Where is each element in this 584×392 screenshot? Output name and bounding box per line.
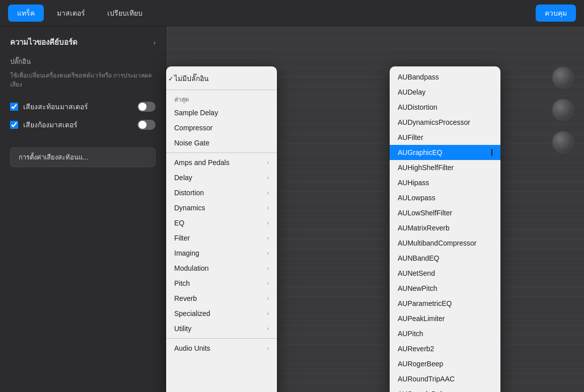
aunetsend-label: AUNetSend bbox=[398, 269, 492, 277]
no-plugin-label: ไม่มีปลั๊กอิน bbox=[174, 73, 269, 84]
distortion-arrow-icon: › bbox=[267, 189, 269, 196]
audio-units-arrow-icon: › bbox=[267, 345, 269, 352]
menu-item-auhighshelffilter[interactable]: AUHighShelfFilter bbox=[390, 160, 500, 175]
aurogerbeep-label: AURogerBeep bbox=[398, 360, 492, 368]
menu-item-aufilter[interactable]: AUFilter bbox=[390, 130, 500, 145]
amps-label: Amps and Pedals bbox=[174, 159, 267, 167]
plugin-description: ใช้เพื่อเปลี่ยนเครื่องดนตรีซอฟต์แวร์หรือ… bbox=[10, 71, 156, 89]
section-title: ความไวของคีย์บอร์ด › bbox=[10, 36, 156, 48]
audelay-label: AUDelay bbox=[398, 88, 492, 96]
menu-item-aumultibandcompressor[interactable]: AUMultibandCompressor bbox=[390, 236, 500, 251]
recent-header: ล่าสุด bbox=[166, 92, 277, 105]
checkbox-row-echo: เสียงก้องมาสเตอร์ bbox=[10, 119, 156, 130]
pitch-arrow-icon: › bbox=[267, 280, 269, 287]
top-bar: แทร็ค มาสเตอร์ เปรียบเทียบ ควบคุม bbox=[0, 0, 584, 26]
menu-item-no-plugin[interactable]: ไม่มีปลั๊กอิน bbox=[166, 69, 277, 88]
menu-item-sample-delay[interactable]: Sample Delay bbox=[166, 105, 277, 120]
menu-item-ausampledelay[interactable]: AUSampleDelay bbox=[390, 386, 500, 392]
specialized-arrow-icon: › bbox=[267, 310, 269, 317]
menu-item-audelay[interactable]: AUDelay bbox=[390, 85, 500, 100]
knob-2[interactable] bbox=[552, 99, 574, 121]
menu-item-amps[interactable]: Amps and Pedals › bbox=[166, 155, 277, 170]
checkbox-reverb[interactable] bbox=[10, 103, 18, 111]
imaging-label: Imaging bbox=[174, 249, 267, 257]
aumultibandcompressor-label: AUMultibandCompressor bbox=[398, 239, 492, 247]
noise-gate-label: Noise Gate bbox=[174, 139, 269, 147]
delay-label: Delay bbox=[174, 174, 267, 182]
menu-item-aunbandeq[interactable]: AUNBandEQ bbox=[390, 251, 500, 266]
menu-item-reverb[interactable]: Reverb › bbox=[166, 291, 277, 306]
menu-item-utility[interactable]: Utility › bbox=[166, 321, 277, 336]
menu-item-noise-gate[interactable]: Noise Gate bbox=[166, 135, 277, 150]
audistortion-label: AUDistortion bbox=[398, 103, 492, 111]
toggle-echo[interactable] bbox=[137, 120, 156, 130]
aumatrixreverb-label: AUMatrixReverb bbox=[398, 224, 492, 232]
distortion-label: Distortion bbox=[174, 189, 267, 197]
aupitch-label: AUPitch bbox=[398, 330, 492, 338]
menu-item-modulation[interactable]: Modulation › bbox=[166, 261, 277, 276]
aulowpass-label: AULowpass bbox=[398, 194, 492, 202]
tab-master[interactable]: มาสเตอร์ bbox=[48, 5, 94, 22]
menu-item-delay[interactable]: Delay › bbox=[166, 170, 277, 185]
menu-item-aulowpass[interactable]: AULowpass bbox=[390, 190, 500, 205]
menu-item-aulowshelffilter[interactable]: AULowShelfFilter bbox=[390, 205, 500, 220]
utility-arrow-icon: › bbox=[267, 325, 269, 332]
left-panel: ความไวของคีย์บอร์ด › ปลั๊กอิน ใช้เพื่อเป… bbox=[0, 26, 166, 392]
menu-item-aubandpass[interactable]: AUBandpass bbox=[390, 69, 500, 85]
menu-item-filter[interactable]: Filter › bbox=[166, 230, 277, 246]
tab-track[interactable]: แทร็ค bbox=[8, 5, 44, 22]
dynamics-label: Dynamics bbox=[174, 204, 267, 212]
checkbox-echo[interactable] bbox=[10, 121, 18, 129]
echo-label: เสียงก้องมาสเตอร์ bbox=[23, 119, 132, 130]
ausampledelay-label: AUSampleDelay bbox=[398, 390, 492, 392]
menu-item-audistortion[interactable]: AUDistortion bbox=[390, 100, 500, 115]
menu-item-distortion[interactable]: Distortion › bbox=[166, 185, 277, 200]
eq-label: EQ bbox=[174, 219, 267, 227]
menu-item-aunewpitch[interactable]: AUNewPitch bbox=[390, 281, 500, 296]
audio-units-label: Audio Units bbox=[174, 344, 267, 352]
imaging-arrow-icon: › bbox=[267, 250, 269, 257]
reverb-label: เสียงสะท้อนมาสเตอร์ bbox=[23, 101, 132, 112]
control-button[interactable]: ควบคุม bbox=[536, 5, 576, 22]
knob-1[interactable] bbox=[552, 66, 574, 89]
filter-label: Filter bbox=[174, 234, 267, 242]
settings-button[interactable]: การตั้งค่าเสียงสะท้อนแ... bbox=[10, 147, 156, 167]
cursor-icon bbox=[491, 149, 492, 156]
modulation-arrow-icon: › bbox=[267, 265, 269, 272]
aulowshelffilter-label: AULowShelfFilter bbox=[398, 209, 492, 217]
menu-item-audynamicsprocessor[interactable]: AUDynamicsProcessor bbox=[390, 115, 500, 130]
top-bar-right: ควบคุม bbox=[536, 5, 576, 22]
menu-item-audio-units[interactable]: Audio Units › bbox=[166, 341, 277, 356]
checkbox-row-reverb: เสียงสะท้อนมาสเตอร์ bbox=[10, 101, 156, 112]
menu-item-aureverb2[interactable]: AUReverb2 bbox=[390, 341, 500, 356]
toggle-reverb[interactable] bbox=[137, 102, 156, 112]
reverb-arrow-icon: › bbox=[267, 295, 269, 302]
auhighshelffilter-label: AUHighShelfFilter bbox=[398, 164, 492, 172]
audynamicsprocessor-label: AUDynamicsProcessor bbox=[398, 118, 492, 126]
menu-item-aurogerbeep[interactable]: AURogerBeep bbox=[390, 356, 500, 371]
aupeaklimiter-label: AUPeakLimiter bbox=[398, 315, 492, 323]
filter-arrow-icon: › bbox=[267, 234, 269, 242]
menus-container: ไม่มีปลั๊กอิน ล่าสุด Sample Delay Compre… bbox=[166, 66, 500, 392]
menu-item-compressor[interactable]: Compressor bbox=[166, 120, 277, 135]
menu-item-aupeaklimiter[interactable]: AUPeakLimiter bbox=[390, 311, 500, 326]
menu-item-eq[interactable]: EQ › bbox=[166, 215, 277, 230]
menu-item-augraphiceq[interactable]: AUGraphicEQ bbox=[390, 145, 500, 160]
menu-item-auhipass[interactable]: AUHipass bbox=[390, 175, 500, 190]
tab-compare[interactable]: เปรียบเทียบ bbox=[98, 5, 152, 22]
menu-item-auroundtripaac[interactable]: AURoundTripAAC bbox=[390, 371, 500, 386]
menu-item-pitch[interactable]: Pitch › bbox=[166, 276, 277, 291]
menu-item-imaging[interactable]: Imaging › bbox=[166, 246, 277, 261]
menu-item-aunetsend[interactable]: AUNetSend bbox=[390, 266, 500, 281]
aufilter-label: AUFilter bbox=[398, 133, 492, 141]
sample-delay-label: Sample Delay bbox=[174, 109, 269, 117]
menu-item-aupitch[interactable]: AUPitch bbox=[390, 326, 500, 341]
first-menu: ไม่มีปลั๊กอิน ล่าสุด Sample Delay Compre… bbox=[166, 66, 277, 392]
knob-3[interactable] bbox=[552, 131, 574, 153]
menu-item-aumatrixreverb[interactable]: AUMatrixReverb bbox=[390, 220, 500, 236]
menu-item-dynamics[interactable]: Dynamics › bbox=[166, 200, 277, 215]
menu-item-specialized[interactable]: Specialized › bbox=[166, 306, 277, 321]
menu-item-auparametriceq[interactable]: AUParametricEQ bbox=[390, 296, 500, 311]
main-content: ความไวของคีย์บอร์ด › ปลั๊กอิน ใช้เพื่อเป… bbox=[0, 26, 584, 392]
pitch-label: Pitch bbox=[174, 279, 267, 287]
